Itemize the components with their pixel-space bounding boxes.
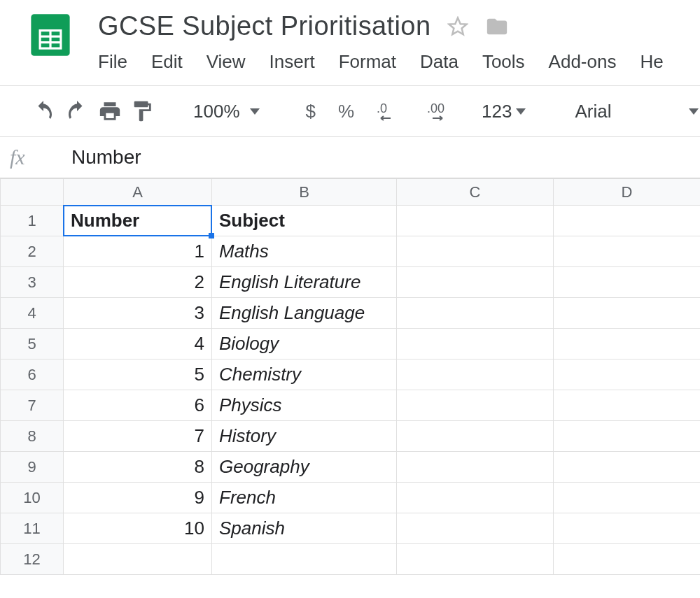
row-header[interactable]: 9	[1, 452, 64, 483]
row-header[interactable]: 7	[1, 390, 64, 421]
cell-B11[interactable]: Spanish	[212, 513, 397, 544]
decrease-decimal-button[interactable]: .0	[370, 101, 412, 121]
row-header[interactable]: 8	[1, 421, 64, 452]
menu-help[interactable]: He	[640, 51, 663, 73]
cell-B1[interactable]: Subject	[212, 206, 397, 236]
cell-C5[interactable]	[397, 329, 554, 359]
cell-A7[interactable]: 6	[64, 390, 212, 421]
cell-D8[interactable]	[554, 421, 701, 452]
number-format-label: 123	[482, 101, 512, 122]
cell-C12[interactable]	[397, 544, 554, 575]
cell-D10[interactable]	[554, 483, 701, 513]
fill-handle[interactable]	[209, 233, 214, 239]
col-header-A[interactable]: A	[64, 179, 212, 206]
cell-B8[interactable]: History	[212, 421, 397, 452]
cell-B5[interactable]: Biology	[212, 329, 397, 359]
menu-insert[interactable]: Insert	[270, 51, 315, 73]
cell-D7[interactable]	[554, 390, 701, 421]
cell-D3[interactable]	[554, 267, 701, 298]
document-title[interactable]: GCSE Subject Prioritisation	[98, 11, 430, 41]
svg-text:.0: .0	[377, 101, 387, 115]
menu-bar: File Edit View Insert Format Data Tools …	[98, 51, 700, 73]
cell-A8[interactable]: 7	[64, 421, 212, 452]
cell-B7[interactable]: Physics	[212, 390, 397, 421]
row-header[interactable]: 6	[1, 359, 64, 390]
cell-A1[interactable]: Number	[64, 206, 212, 236]
cell-B4[interactable]: English Language	[212, 298, 397, 329]
cell-A9[interactable]: 8	[64, 452, 212, 483]
star-icon[interactable]	[447, 16, 468, 37]
svg-text:.00: .00	[427, 101, 444, 115]
menu-view[interactable]: View	[206, 51, 246, 73]
cell-C11[interactable]	[397, 513, 554, 544]
menu-addons[interactable]: Add-ons	[549, 51, 617, 73]
font-family-dropdown[interactable]: Arial	[565, 101, 700, 122]
format-currency-button[interactable]: $	[299, 101, 323, 122]
row-header[interactable]: 1	[1, 206, 64, 236]
menu-format[interactable]: Format	[339, 51, 396, 73]
increase-decimal-button[interactable]: .00	[420, 101, 468, 121]
cell-C2[interactable]	[397, 236, 554, 267]
paint-format-icon[interactable]	[130, 96, 154, 127]
undo-icon[interactable]	[31, 96, 56, 127]
formula-input[interactable]: Number	[60, 146, 141, 169]
row-header[interactable]: 5	[1, 329, 64, 359]
select-all-corner[interactable]	[1, 179, 64, 206]
cell-A3[interactable]: 2	[64, 267, 212, 298]
cell-C1[interactable]	[397, 206, 554, 236]
fx-label: fx	[10, 145, 60, 169]
cell-A4[interactable]: 3	[64, 298, 212, 329]
cell-D4[interactable]	[554, 298, 701, 329]
cell-D2[interactable]	[554, 236, 701, 267]
col-header-C[interactable]: C	[397, 179, 554, 206]
menu-data[interactable]: Data	[420, 51, 458, 73]
cell-C4[interactable]	[397, 298, 554, 329]
col-header-B[interactable]: B	[212, 179, 397, 206]
cell-A12[interactable]	[64, 544, 212, 575]
cell-D11[interactable]	[554, 513, 701, 544]
row-header[interactable]: 3	[1, 267, 64, 298]
row-header[interactable]: 4	[1, 298, 64, 329]
zoom-dropdown[interactable]: 100%	[188, 101, 265, 122]
formula-bar: fx Number	[0, 136, 700, 178]
cell-B3[interactable]: English Literature	[212, 267, 397, 298]
cell-B12[interactable]	[212, 544, 397, 575]
cell-C8[interactable]	[397, 421, 554, 452]
cell-C9[interactable]	[397, 452, 554, 483]
cell-A5[interactable]: 4	[64, 329, 212, 359]
cell-D6[interactable]	[554, 359, 701, 390]
cell-D9[interactable]	[554, 452, 701, 483]
toolbar: 100% $ % .0 .00 123 Arial	[0, 86, 700, 136]
menu-tools[interactable]: Tools	[482, 51, 525, 73]
cell-C7[interactable]	[397, 390, 554, 421]
redo-icon[interactable]	[64, 96, 90, 127]
col-header-D[interactable]: D	[554, 179, 701, 206]
cell-A10[interactable]: 9	[64, 483, 212, 513]
zoom-value: 100%	[193, 101, 240, 122]
sheets-app-icon[interactable]	[27, 11, 74, 59]
cell-D12[interactable]	[554, 544, 701, 575]
cell-A11[interactable]: 10	[64, 513, 212, 544]
menu-file[interactable]: File	[98, 51, 127, 73]
number-format-dropdown[interactable]: 123	[476, 101, 531, 122]
cell-A2[interactable]: 1	[64, 236, 212, 267]
row-header[interactable]: 2	[1, 236, 64, 267]
cell-A6[interactable]: 5	[64, 359, 212, 390]
row-header[interactable]: 11	[1, 513, 64, 544]
cell-B10[interactable]: French	[212, 483, 397, 513]
cell-C3[interactable]	[397, 267, 554, 298]
cell-B9[interactable]: Geography	[212, 452, 397, 483]
cell-D5[interactable]	[554, 329, 701, 359]
cell-C6[interactable]	[397, 359, 554, 390]
cell-C10[interactable]	[397, 483, 554, 513]
row-header[interactable]: 10	[1, 483, 64, 513]
menu-edit[interactable]: Edit	[151, 51, 183, 73]
folder-icon[interactable]	[485, 15, 509, 38]
format-percent-button[interactable]: %	[331, 101, 361, 122]
print-icon[interactable]	[98, 96, 122, 127]
spreadsheet-grid: A B C D 1 Number Subject 2 1 Maths 3 2	[0, 178, 700, 575]
cell-B6[interactable]: Chemistry	[212, 359, 397, 390]
row-header[interactable]: 12	[1, 544, 64, 575]
cell-D1[interactable]	[554, 206, 701, 236]
cell-B2[interactable]: Maths	[212, 236, 397, 267]
